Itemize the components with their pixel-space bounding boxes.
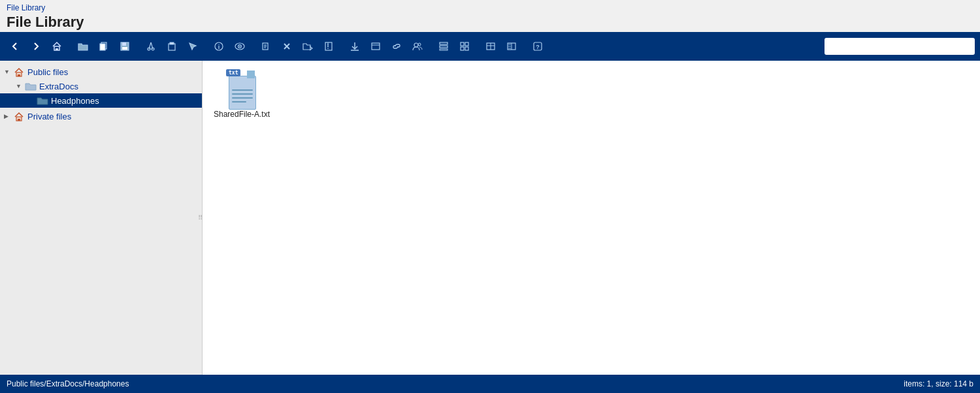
svg-rect-12 [170, 42, 174, 44]
list-view-button[interactable] [434, 37, 453, 56]
sidebar-item-headphones[interactable]: Headphones [0, 93, 202, 108]
folder-icon-headphones [37, 95, 48, 106]
tree-arrow-public [4, 69, 13, 75]
sidebar-item-public-files[interactable]: Public files [0, 65, 202, 79]
help-button[interactable]: ? [528, 37, 547, 56]
save-button[interactable] [115, 37, 135, 56]
sidebar-item-label-headphones: Headphones [51, 96, 99, 106]
svg-rect-6 [122, 47, 127, 50]
status-path: Public files/ExtraDocs/Headphones [7, 379, 129, 388]
svg-rect-38 [465, 42, 468, 46]
status-bar: Public files/ExtraDocs/Headphones items:… [0, 375, 980, 393]
svg-rect-40 [465, 47, 468, 50]
svg-text:?: ? [536, 44, 540, 50]
svg-rect-1 [56, 48, 58, 50]
title-bar: File Library File Library [0, 0, 980, 32]
svg-rect-35 [440, 46, 448, 48]
svg-rect-39 [461, 47, 464, 50]
sidebar-item-label-public-files: Public files [27, 67, 68, 77]
grid-view-button[interactable] [481, 37, 500, 56]
svg-rect-49 [18, 74, 20, 76]
main-container: Public files ExtraDocs Headphones Privat… [0, 61, 980, 375]
sidebar-item-label-private-files: Private files [27, 112, 71, 121]
zip-button[interactable] [319, 37, 338, 56]
svg-text:i: i [218, 44, 220, 50]
link-button[interactable] [387, 37, 406, 56]
home-button[interactable] [47, 37, 67, 56]
preview-button[interactable] [230, 37, 250, 56]
svg-point-26 [327, 44, 329, 45]
move-button[interactable] [298, 37, 318, 56]
tree-arrow-private [4, 113, 13, 119]
new-folder-button[interactable] [73, 37, 93, 56]
info-button[interactable]: i [209, 37, 229, 56]
search-input[interactable] [825, 38, 975, 55]
svg-point-17 [239, 46, 240, 47]
svg-rect-34 [440, 42, 448, 44]
svg-point-33 [418, 43, 421, 46]
sidebar-item-private-files[interactable]: Private files [0, 109, 202, 123]
paste-button[interactable] [162, 37, 182, 56]
svg-point-32 [414, 43, 418, 47]
svg-point-27 [327, 46, 329, 47]
copy-button[interactable] [94, 37, 114, 56]
home-icon-private [13, 111, 25, 121]
edit-button[interactable] [256, 37, 276, 56]
status-info: items: 1, size: 114 b [904, 379, 973, 388]
sidebar-item-label-extradocs: ExtraDocs [39, 82, 78, 91]
tree-arrow-extradocs [16, 83, 25, 89]
content-area[interactable]: txt SharedFile-A.txt [203, 61, 980, 375]
thumb-view-button[interactable] [455, 37, 474, 56]
file-name-sharedfile-a: SharedFile-A.txt [212, 110, 271, 119]
back-button[interactable] [5, 37, 25, 56]
svg-rect-51 [18, 119, 20, 121]
svg-rect-37 [461, 42, 464, 46]
sidebar: Public files ExtraDocs Headphones Privat… [0, 61, 203, 375]
file-icon-sharedfile-a: txt [225, 71, 259, 110]
delete-button[interactable] [277, 37, 297, 56]
forward-button[interactable] [26, 37, 46, 56]
app-link[interactable]: File Library [7, 3, 45, 12]
select-button[interactable] [183, 37, 203, 56]
svg-rect-3 [100, 44, 105, 50]
home-icon-public [13, 67, 25, 77]
sidebar-resizer[interactable]: ⠿ [198, 61, 202, 375]
download-button[interactable] [345, 37, 365, 56]
page-title: File Library [7, 14, 973, 31]
users-button[interactable] [408, 37, 427, 56]
book-view-button[interactable] [502, 37, 521, 56]
toolbar: i ? [0, 32, 980, 61]
folder-icon-extradocs [25, 81, 37, 91]
svg-rect-5 [122, 42, 126, 46]
file-item-sharedfile-a[interactable]: txt SharedFile-A.txt [212, 71, 271, 119]
svg-rect-36 [440, 49, 448, 50]
sidebar-item-extradocs[interactable]: ExtraDocs [0, 79, 202, 93]
svg-rect-30 [372, 43, 380, 50]
share-button[interactable] [366, 37, 385, 56]
cut-button[interactable] [141, 37, 161, 56]
